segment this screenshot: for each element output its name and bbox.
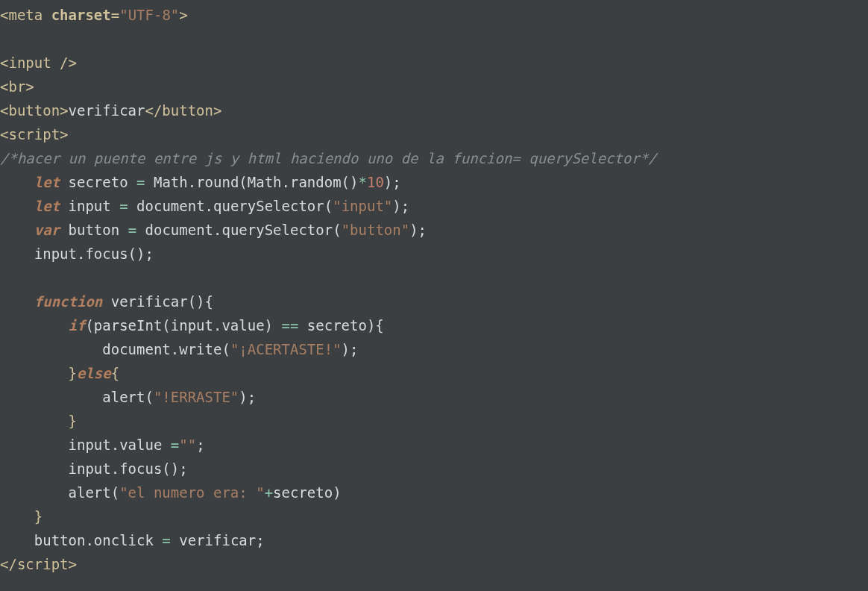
code-line: button.onclick = verificar; bbox=[0, 532, 265, 548]
code-line: } bbox=[0, 508, 43, 525]
code-line: function verificar(){ bbox=[0, 293, 213, 310]
code-line: let input = document.querySelector("inpu… bbox=[0, 198, 409, 214]
code-line: var button = document.querySelector("but… bbox=[0, 222, 427, 238]
code-line: <input /> bbox=[0, 54, 77, 71]
code-line: let secreto = Math.round(Math.random()*1… bbox=[0, 174, 401, 190]
code-line: }else{ bbox=[0, 365, 119, 381]
code-line: <br> bbox=[0, 78, 34, 95]
code-line: </script> bbox=[0, 556, 77, 572]
code-line: document.write("¡ACERTASTE!"); bbox=[0, 341, 358, 357]
code-line: <button>verificar</button> bbox=[0, 102, 221, 119]
code-line: if(parseInt(input.value) == secreto){ bbox=[0, 317, 384, 334]
code-line: } bbox=[0, 413, 77, 429]
code-line: input.value =""; bbox=[0, 437, 205, 453]
code-editor[interactable]: <meta charset="UTF-8"> <input /> <br> <b… bbox=[0, 0, 868, 576]
code-line: input.focus(); bbox=[0, 460, 188, 477]
code-line: /*hacer un puente entre js y html hacien… bbox=[0, 150, 657, 166]
code-line: <script> bbox=[0, 126, 69, 143]
code-line: alert("!ERRASTE"); bbox=[0, 389, 256, 405]
code-line: alert("el numero era: "+secreto) bbox=[0, 484, 342, 501]
code-line: input.focus(); bbox=[0, 246, 154, 262]
code-line: <meta charset="UTF-8"> bbox=[0, 7, 188, 23]
